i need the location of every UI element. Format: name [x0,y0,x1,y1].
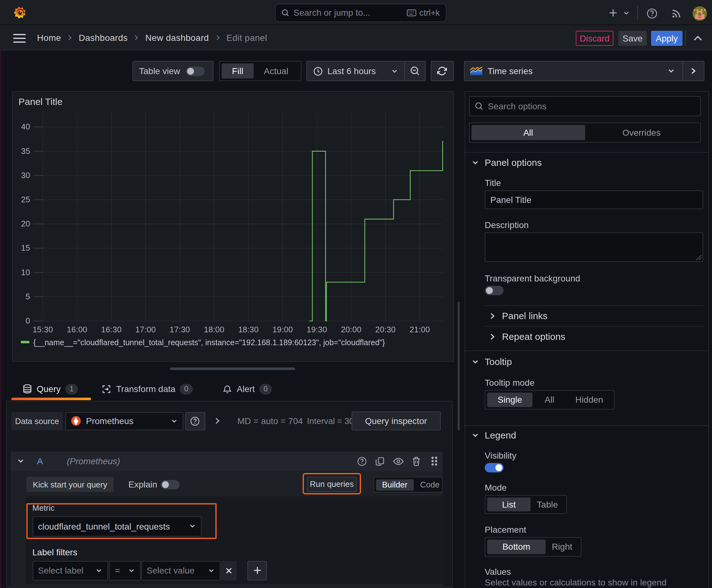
svg-text:35: 35 [21,146,30,155]
svg-text:17:00: 17:00 [135,324,155,334]
svg-text:15:30: 15:30 [33,324,53,334]
svg-text:20:00: 20:00 [341,324,361,334]
svg-text:5: 5 [25,292,30,301]
svg-text:25: 25 [21,194,30,204]
svg-text:10: 10 [21,267,30,277]
svg-text:19:00: 19:00 [272,324,293,334]
svg-text:16:30: 16:30 [101,324,121,334]
svg-text:16:00: 16:00 [67,324,87,334]
svg-text:18:00: 18:00 [203,324,224,334]
svg-text:20: 20 [21,218,30,228]
svg-text:21:00: 21:00 [409,324,429,334]
svg-text:17:30: 17:30 [169,324,190,334]
svg-text:{__name__="cloudflared_tunnel_: {__name__="cloudflared_tunnel_total_requ… [33,338,385,346]
svg-text:30: 30 [21,170,30,180]
svg-text:15: 15 [21,243,30,252]
svg-text:20:30: 20:30 [375,324,395,334]
svg-text:18:30: 18:30 [238,324,258,334]
svg-text:40: 40 [21,122,30,131]
svg-text:0: 0 [25,316,30,325]
svg-text:19:30: 19:30 [306,324,327,334]
